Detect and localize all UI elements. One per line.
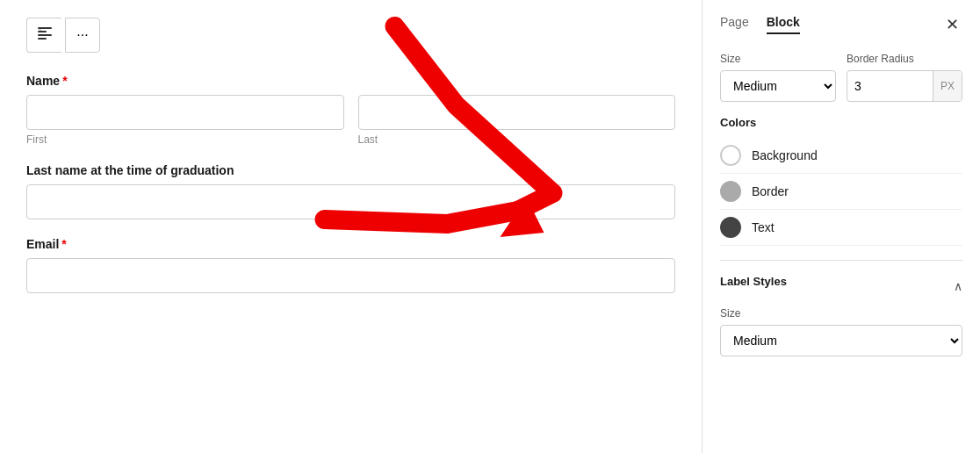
settings-panel: Page Block ✕ Size Small Medium Large Bor… [703, 0, 980, 453]
name-row: First Last [26, 95, 675, 146]
size-title: Size [720, 53, 836, 65]
first-sub-label: First [26, 133, 344, 146]
colors-section: Colors Background Border Text [720, 116, 962, 246]
name-label: Name* [26, 74, 675, 88]
size-border-row: Size Small Medium Large Border Radius PX [720, 53, 962, 102]
size-select[interactable]: Small Medium Large [720, 70, 836, 102]
tab-page[interactable]: Page [720, 15, 749, 34]
svg-rect-2 [38, 34, 52, 36]
form-icon-button[interactable] [26, 18, 61, 53]
background-label: Background [752, 148, 818, 162]
name-field-group: Name* First Last [26, 74, 675, 146]
label-styles-title: Label Styles [720, 275, 787, 288]
close-icon: ✕ [946, 15, 959, 34]
form-icon [36, 25, 54, 46]
close-button[interactable]: ✕ [941, 14, 962, 35]
text-label: Text [752, 220, 775, 234]
chevron-up-icon[interactable]: ∧ [954, 279, 962, 293]
size-col: Size Small Medium Large [720, 53, 836, 102]
label-styles-section: Label Styles ∧ Size Small Medium Large [720, 275, 962, 356]
color-border-item[interactable]: Border [720, 174, 962, 210]
svg-rect-3 [38, 38, 47, 40]
section-divider [720, 260, 962, 261]
color-background-item[interactable]: Background [720, 138, 962, 174]
last-sub-label: Last [358, 133, 676, 146]
tab-block[interactable]: Block [767, 15, 800, 34]
border-radius-field: PX [847, 70, 962, 102]
label-size-title: Size [720, 307, 962, 320]
arrow-annotation [0, 0, 702, 453]
graduation-input[interactable] [26, 184, 675, 219]
ellipsis-icon: ··· [76, 27, 88, 43]
border-label: Border [752, 184, 789, 198]
last-name-col: Last [358, 95, 676, 146]
form-panel: ··· Name* First Last Last name at the ti… [0, 0, 703, 453]
settings-tabs: Page Block [720, 15, 800, 34]
settings-header: Page Block ✕ [720, 14, 962, 35]
border-radius-input[interactable] [847, 79, 933, 93]
svg-rect-1 [38, 31, 47, 32]
first-name-col: First [26, 95, 344, 146]
menu-button[interactable]: ··· [65, 18, 100, 53]
colors-title: Colors [720, 116, 962, 129]
email-label: Email* [26, 237, 675, 251]
label-styles-header: Label Styles ∧ [720, 275, 962, 297]
first-name-input[interactable] [26, 95, 344, 130]
color-text-item[interactable]: Text [720, 210, 962, 246]
label-size-select[interactable]: Small Medium Large [720, 325, 962, 356]
background-swatch [720, 145, 741, 166]
text-swatch [720, 217, 741, 238]
svg-rect-4 [39, 28, 41, 31]
px-unit-label: PX [933, 71, 962, 101]
toolbar: ··· [26, 18, 675, 53]
email-field-group: Email* [26, 237, 675, 293]
email-input[interactable] [26, 258, 675, 293]
graduation-label: Last name at the time of graduation [26, 163, 675, 177]
border-swatch [720, 181, 741, 202]
graduation-field-group: Last name at the time of graduation [26, 163, 675, 219]
border-radius-col: Border Radius PX [847, 53, 962, 102]
last-name-input[interactable] [358, 95, 676, 130]
border-radius-title: Border Radius [847, 53, 962, 65]
